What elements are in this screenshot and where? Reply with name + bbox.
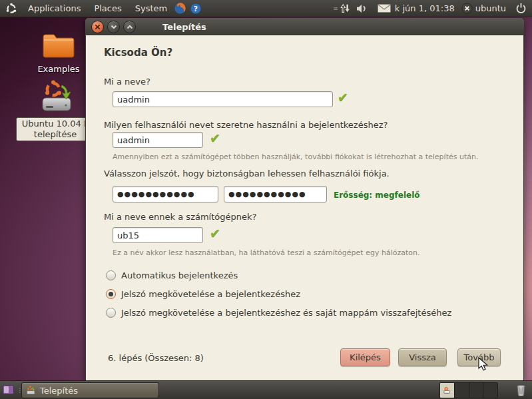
radio-icon[interactable] — [106, 270, 116, 280]
ubuntu-logo-icon[interactable] — [5, 3, 17, 15]
clock[interactable]: k jún 1, 01:38 — [395, 3, 455, 13]
page-title: Kicsoda Ön? — [104, 47, 172, 59]
name-label: Mi a neve? — [104, 77, 150, 87]
radio-auto-login[interactable]: Automatikus bejelentkezés — [106, 268, 238, 282]
maximize-icon[interactable] — [123, 21, 136, 33]
installer-window: Telepítés Kicsoda Ön? Mi a neve? ✔ Milye… — [85, 18, 524, 381]
notification-grip[interactable]: ≡ — [333, 5, 338, 12]
full-name-input[interactable] — [113, 91, 333, 107]
password-strength-text: Erősség: megfelelő — [334, 191, 420, 200]
username-label: Milyen felhasználói nevet szeretne haszn… — [104, 120, 388, 130]
installer-label-line2: telepítése — [18, 129, 93, 140]
window-titlebar[interactable]: Telepítés — [85, 18, 524, 35]
radio-icon[interactable] — [106, 308, 116, 318]
valid-check-icon-name: ✔ — [338, 90, 348, 105]
mail-icon[interactable] — [378, 4, 391, 13]
username-input[interactable] — [113, 132, 203, 148]
power-icon[interactable] — [515, 3, 527, 14]
firefox-icon[interactable] — [174, 2, 186, 15]
installer-drive-icon — [37, 105, 75, 117]
installer-label-line1: Ubuntu 10.04 L — [18, 119, 93, 129]
panel-menus: Applications Places System ? — [0, 0, 202, 17]
mouse-cursor — [477, 357, 489, 374]
show-desktop-icon[interactable] — [3, 385, 14, 395]
valid-check-icon-hostname: ✔ — [210, 226, 220, 240]
radio-encrypt-home[interactable]: Jelszó megkövetelése a bejelentkezéshez … — [106, 306, 451, 319]
hostname-help-text: Ez a név akkor lesz használatban, ha lát… — [113, 248, 419, 257]
task-installer-icon — [25, 385, 36, 396]
workspace-switcher — [439, 382, 498, 398]
radio-icon[interactable] — [106, 289, 116, 299]
volume-icon[interactable] — [356, 4, 368, 13]
top-panel: Applications Places System ? ≡ — [0, 0, 532, 17]
window-content: Kicsoda Ön? Mi a neve? ✔ Milyen felhaszn… — [86, 35, 523, 381]
hostname-label: Mi a neve ennek a számítógépnek? — [104, 212, 256, 222]
radio-require-password[interactable]: Jelszó megkövetelése a bejelentkezéshez — [106, 287, 300, 300]
quit-button[interactable]: Kilépés — [340, 348, 390, 366]
task-button-telepites[interactable]: Telepítés — [21, 382, 159, 398]
folder-icon — [41, 50, 76, 63]
radio-label: Automatikus bejelentkezés — [121, 270, 238, 280]
status-icon[interactable] — [461, 3, 473, 14]
radio-label: Jelszó megkövetelése a bejelentkezéshez … — [121, 308, 451, 318]
panel-indicators: ≡ k jún 1, 01:38 ubuntu — [331, 0, 532, 17]
network-icon[interactable] — [340, 3, 351, 13]
menu-applications[interactable]: Applications — [21, 0, 87, 17]
back-button[interactable]: Vissza — [398, 348, 447, 366]
password-label: Válasszon jelszót, hogy biztonságban leh… — [104, 169, 390, 179]
user-menu[interactable]: ubuntu — [475, 3, 506, 13]
desktop-icon-installer-label[interactable]: Ubuntu 10.04 L telepítése — [16, 117, 95, 141]
desktop-icon-label: Examples — [37, 64, 80, 74]
password-input[interactable] — [113, 186, 218, 202]
task-button-label: Telepítés — [40, 386, 78, 396]
workspace-4[interactable] — [483, 383, 497, 398]
minimize-icon[interactable] — [107, 21, 120, 33]
menu-system[interactable]: System — [129, 0, 174, 17]
desktop-icon-examples[interactable]: Examples — [37, 31, 80, 74]
hostname-input[interactable] — [113, 227, 203, 243]
svg-text:?: ? — [194, 5, 198, 13]
bottom-taskbar: ⋮ Telepítés — [0, 380, 532, 399]
password-confirm-input[interactable] — [224, 186, 327, 202]
valid-check-icon-username: ✔ — [210, 131, 220, 145]
workspace-1[interactable] — [440, 383, 455, 398]
desktop-icon-installer[interactable] — [35, 79, 77, 117]
step-indicator: 6. lépés (Összesen: 8) — [108, 353, 204, 363]
workspace-2[interactable] — [455, 383, 469, 398]
radio-label: Jelszó megkövetelése a bejelentkezéshez — [121, 289, 300, 299]
menu-places[interactable]: Places — [87, 0, 128, 17]
username-help-text: Amennyiben ezt a számítógépet többen has… — [113, 153, 478, 161]
help-icon[interactable]: ? — [190, 3, 202, 15]
trash-icon[interactable] — [513, 382, 529, 398]
close-icon[interactable] — [91, 21, 104, 33]
workspace-3[interactable] — [469, 383, 484, 398]
window-title: Telepítés — [162, 22, 206, 32]
